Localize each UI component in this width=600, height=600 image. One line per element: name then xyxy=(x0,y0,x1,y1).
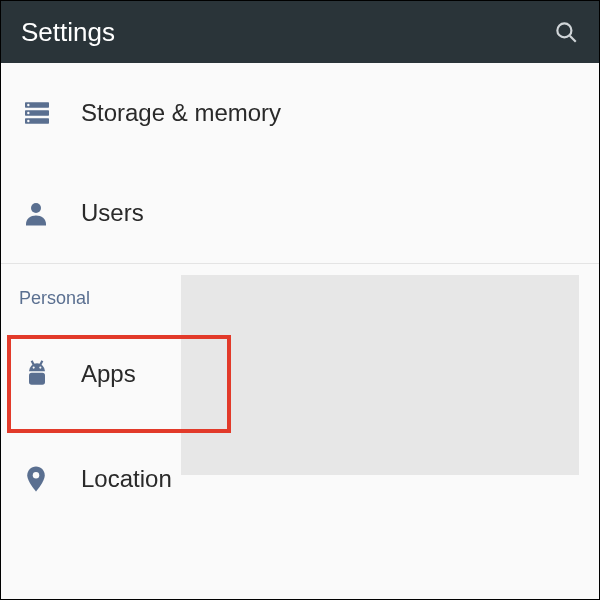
svg-line-9 xyxy=(32,361,34,365)
search-icon[interactable] xyxy=(553,19,579,45)
android-icon xyxy=(21,358,81,390)
settings-item-label: Location xyxy=(81,465,172,493)
svg-point-7 xyxy=(27,120,29,122)
svg-point-11 xyxy=(33,367,35,369)
settings-item-label: Apps xyxy=(81,360,136,388)
storage-icon xyxy=(21,97,81,129)
settings-item-apps[interactable]: Apps xyxy=(1,319,599,429)
svg-point-6 xyxy=(27,112,29,114)
settings-item-location[interactable]: Location xyxy=(1,429,599,529)
page-title: Settings xyxy=(21,17,115,48)
app-header: Settings xyxy=(1,1,599,63)
settings-item-users[interactable]: Users xyxy=(1,163,599,263)
svg-point-14 xyxy=(33,472,40,479)
user-icon xyxy=(21,198,81,228)
settings-item-storage[interactable]: Storage & memory xyxy=(1,63,599,163)
svg-point-0 xyxy=(557,23,571,37)
svg-point-8 xyxy=(31,203,41,213)
svg-point-5 xyxy=(27,104,29,106)
svg-line-10 xyxy=(40,361,42,365)
settings-list: Storage & memory Users Personal Apps xyxy=(1,63,599,529)
settings-item-label: Users xyxy=(81,199,144,227)
location-icon xyxy=(21,464,81,494)
svg-rect-13 xyxy=(29,373,45,385)
section-header-personal: Personal xyxy=(1,264,599,319)
settings-item-label: Storage & memory xyxy=(81,99,281,127)
svg-point-12 xyxy=(39,367,41,369)
svg-line-1 xyxy=(570,36,576,42)
